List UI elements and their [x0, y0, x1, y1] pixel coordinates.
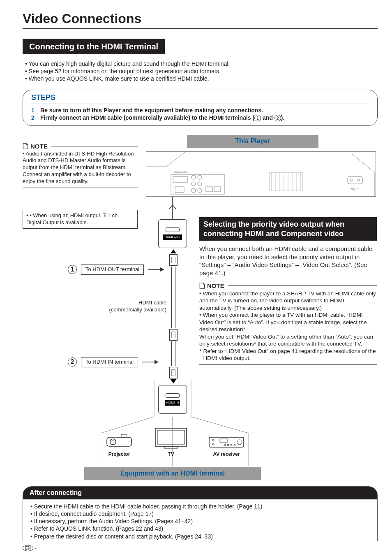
note-label: NOTE — [199, 282, 377, 290]
arrow-up-icon — [167, 249, 180, 253]
callout-2: 2 To HDMI IN terminal — [68, 357, 159, 367]
note-text: Audio transmitted in DTS-HD High Resolut… — [23, 151, 138, 185]
section-heading: Connecting to the HDMI Terminal — [23, 39, 165, 54]
step-text: ). — [281, 114, 285, 121]
steps-box: STEPS 1 Be sure to turn off this Player … — [23, 90, 378, 126]
after-item: If necessary, perform the Audio Video Se… — [30, 518, 370, 525]
footnote-text: Refer to “HDMI Video Out” on page 41 reg… — [203, 348, 377, 362]
connector-line — [168, 197, 177, 219]
steps-heading: STEPS — [23, 90, 377, 102]
player-rear-panel-illustration: ETHERNET AC IN — [146, 151, 376, 197]
intro-item: You can enjoy high quality digital pictu… — [25, 60, 378, 67]
device-av-receiver: AV receiver — [208, 435, 244, 458]
svg-point-5 — [191, 182, 196, 186]
step-1: 1 Be sure to turn off this Player and th… — [31, 107, 369, 114]
svg-text:ETHERNET: ETHERNET — [174, 171, 188, 174]
svg-rect-21 — [348, 176, 362, 184]
step-2: 2 Firmly connect an HDMI cable (commerci… — [31, 114, 369, 121]
step-text: and — [261, 114, 274, 121]
svg-point-42 — [212, 439, 214, 441]
step-text: Firmly connect an HDMI cable (commercial… — [40, 114, 254, 121]
intro-list: You can enjoy high quality digital pictu… — [25, 60, 378, 83]
svg-rect-12 — [270, 172, 302, 191]
note-label: NOTE — [23, 142, 138, 151]
note-body: Audio transmitted in DTS-HD High Resolut… — [23, 151, 138, 185]
hdmi-out-port: HDMI OUT — [158, 219, 187, 248]
svg-point-45 — [227, 444, 229, 446]
diagram-area: This Player ETHERNET AC IN — [23, 135, 378, 485]
priority-footnote: * Refer to “HDMI Video Out” on page 41 r… — [199, 348, 377, 362]
note-7-1ch: • When using an HDMI output, 7.1 ch Digi… — [23, 210, 138, 229]
note-dts-hd: NOTE Audio transmitted in DTS-HD High Re… — [23, 142, 138, 188]
svg-rect-35 — [121, 434, 127, 437]
hdmi-plug-icon — [169, 367, 178, 378]
rear-panel-svg: ETHERNET AC IN — [146, 152, 376, 197]
this-player-label: This Player — [187, 135, 318, 148]
svg-point-8 — [198, 188, 202, 193]
device-tv: TV — [154, 427, 188, 458]
arrow-right-icon — [142, 359, 159, 365]
note-icon — [199, 283, 205, 289]
priority-heading: Selecting the priority video output when… — [199, 217, 377, 241]
svg-point-4 — [198, 175, 202, 179]
after-item: Prepare the desired disc or content and … — [30, 533, 370, 540]
after-item: Refer to AQUOS LINK function. (Pages 22 … — [30, 525, 370, 532]
svg-point-33 — [110, 439, 116, 445]
svg-rect-36 — [155, 428, 187, 446]
hdmi-plug-icon — [169, 254, 178, 266]
priority-section: Selecting the priority video output when… — [199, 217, 377, 365]
note-text: • When using an HDMI output, 7.1 ch Digi… — [26, 212, 134, 226]
svg-point-6 — [198, 182, 202, 186]
svg-point-40 — [237, 440, 242, 445]
priority-notes: When you connect the player to a SHARP T… — [199, 290, 377, 348]
lang-badge: EN — [23, 545, 33, 551]
note-icon — [23, 143, 28, 149]
circled-2-icon: 2 — [274, 115, 281, 121]
callout-text: To HDMI IN terminal — [81, 357, 138, 367]
svg-marker-28 — [160, 267, 164, 272]
after-item: If desired, connect audio equipment. (Pa… — [30, 510, 370, 518]
intro-item: When you use AQUOS LINK, make sure to us… — [25, 75, 378, 82]
step-num: 2 — [31, 114, 39, 121]
note-item: When you connect the player to a TV with… — [199, 311, 377, 348]
svg-rect-9 — [175, 187, 184, 193]
cable-label-line: (commercially available) — [97, 306, 166, 313]
device-label: TV — [154, 451, 188, 458]
callout-1: 1 To HDMI OUT terminal — [68, 265, 164, 275]
svg-rect-1 — [173, 176, 187, 183]
cable-illustration — [167, 249, 180, 383]
svg-point-7 — [191, 188, 196, 193]
svg-point-43 — [212, 443, 214, 445]
circled-2-icon: 2 — [68, 357, 77, 367]
after-heading: After connecting — [23, 487, 377, 499]
note-item: When you connect the player to a SHARP T… — [199, 290, 377, 312]
device-label: Projector — [105, 451, 134, 458]
hdmi-plug-icon — [169, 329, 178, 341]
after-list: Secure the HDMI cable to the HDMI cable … — [23, 499, 377, 541]
svg-rect-32 — [107, 437, 131, 446]
step-num: 1 — [31, 107, 39, 114]
svg-rect-10 — [206, 187, 212, 192]
cable-label: HDMI cable (commercially available) — [97, 299, 166, 313]
svg-point-44 — [224, 444, 226, 446]
priority-paragraph: When you connect both an HDMI cable and … — [199, 245, 377, 277]
svg-point-22 — [350, 179, 353, 181]
note-heading: NOTE — [207, 282, 224, 290]
svg-point-34 — [112, 441, 114, 443]
equipment-bar: Equipment with an HDMI terminal — [84, 467, 261, 480]
device-label: AV receiver — [208, 451, 244, 458]
footer-dash: - — [35, 545, 37, 551]
circled-1-icon: 1 — [254, 115, 261, 121]
svg-rect-37 — [157, 430, 184, 444]
after-connecting-box: After connecting Secure the HDMI cable t… — [23, 486, 378, 541]
svg-point-46 — [231, 444, 232, 446]
svg-marker-30 — [154, 360, 159, 364]
arrow-right-icon — [148, 267, 164, 272]
svg-point-3 — [191, 175, 196, 179]
cable-label-line: HDMI cable — [97, 299, 166, 306]
svg-point-23 — [357, 179, 360, 181]
note-heading: NOTE — [30, 142, 48, 151]
after-item: Secure the HDMI cable to the HDMI cable … — [30, 503, 370, 510]
device-projector: Projector — [105, 433, 134, 458]
hdmi-out-label: HDMI OUT — [163, 234, 182, 239]
